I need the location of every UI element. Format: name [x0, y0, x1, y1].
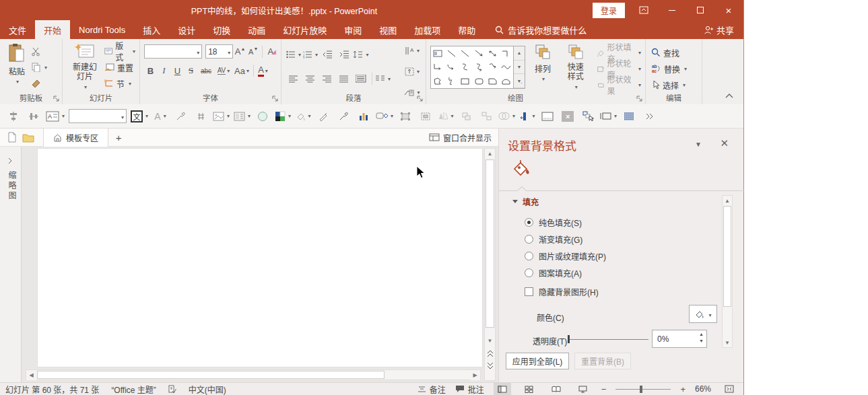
cut-button[interactable]: [30, 44, 48, 58]
notes-toggle[interactable]: 备注: [418, 384, 446, 395]
eyedropper2-icon[interactable]: [335, 108, 352, 125]
radio-pattern-fill[interactable]: [525, 268, 533, 277]
open-folder-icon[interactable]: [20, 129, 36, 146]
columns-button[interactable]: [375, 70, 391, 87]
close-button[interactable]: ×: [719, 3, 738, 17]
scroll-left-icon[interactable]: ◀: [26, 370, 36, 380]
transform-tool-icon[interactable]: [397, 108, 413, 125]
maximize-button[interactable]: [691, 3, 710, 17]
overlap-circles-icon[interactable]: [498, 108, 515, 125]
format-painter-button[interactable]: [30, 77, 48, 90]
horizontal-scrollbar[interactable]: ◀ ▶: [26, 369, 481, 380]
tell-me-search[interactable]: 告诉我你想要做什么: [495, 20, 587, 39]
drawing-dialog-launcher-icon[interactable]: [636, 96, 643, 102]
new-file-icon[interactable]: [4, 129, 20, 146]
align-left-button[interactable]: [286, 70, 302, 87]
pen-tool-icon[interactable]: [315, 108, 331, 125]
numbering-button[interactable]: 123: [302, 46, 319, 63]
collapse-ribbon-icon[interactable]: [725, 93, 734, 99]
font-name-combobox[interactable]: [144, 44, 202, 59]
option-picture-fill[interactable]: 图片或纹理填充(P): [525, 250, 606, 262]
tab-nordri-tools[interactable]: Nordri Tools: [70, 20, 134, 39]
ribbon-display-options-icon[interactable]: [634, 3, 653, 17]
zoom-out-button[interactable]: [601, 384, 607, 394]
spellcheck-status[interactable]: [168, 385, 176, 394]
login-button[interactable]: 登录: [593, 3, 625, 18]
align-to-slide-icon[interactable]: [519, 108, 535, 125]
notes-editor-icon[interactable]: [539, 108, 556, 125]
italic-button[interactable]: I: [158, 64, 170, 77]
pane-close-icon[interactable]: ✕: [720, 137, 729, 149]
reset-background-button[interactable]: 重置背景(B): [574, 353, 631, 369]
layout-button[interactable]: 版式: [103, 44, 137, 58]
zoom-in-button[interactable]: [680, 384, 686, 394]
distribute-text-button[interactable]: [353, 70, 369, 87]
radio-picture-fill[interactable]: [525, 252, 533, 260]
shapes-scroll-down-icon[interactable]: ▼: [514, 61, 525, 75]
document-tab-template[interactable]: 模板专区: [43, 129, 108, 147]
scroll-down-icon[interactable]: ▼: [485, 336, 495, 346]
apply-to-all-button[interactable]: 应用到全部(L): [506, 353, 569, 369]
increase-indent-button[interactable]: [336, 46, 352, 63]
tab-review[interactable]: 审阅: [335, 20, 370, 39]
circle-tool-icon[interactable]: [255, 108, 271, 125]
gridlines-icon[interactable]: [621, 108, 637, 125]
bullets-button[interactable]: [286, 46, 302, 63]
align-horizontal-icon[interactable]: [5, 108, 22, 125]
shape-scurve-icon[interactable]: [459, 62, 471, 72]
shape-freeform-icon[interactable]: [432, 76, 444, 86]
shape-curly-arrow-icon[interactable]: [487, 62, 498, 72]
new-slide-button[interactable]: 新建幻灯片: [67, 42, 103, 92]
text-style-box-icon[interactable]: A: [46, 108, 65, 125]
slideshow-view-button[interactable]: [574, 383, 592, 395]
pane-options-dropdown-icon[interactable]: ▼: [695, 141, 702, 148]
comments-toggle[interactable]: 批注: [455, 384, 484, 395]
fit-slide-button[interactable]: [721, 383, 738, 395]
normal-view-button[interactable]: [494, 383, 511, 395]
shape-double-arrow-icon[interactable]: [487, 48, 498, 59]
align-center-button[interactable]: [302, 70, 319, 87]
picture-tool-icon[interactable]: [213, 108, 230, 125]
transparency-slider-thumb[interactable]: [568, 335, 570, 343]
select-button[interactable]: 选择: [650, 78, 699, 92]
option-hide-background[interactable]: 隐藏背景图形(H): [525, 286, 599, 297]
shape-half-round-icon[interactable]: [500, 76, 512, 86]
shape-rectangle-icon[interactable]: [459, 76, 471, 86]
shape-effects-button[interactable]: 形状效果: [595, 78, 642, 92]
justify-button[interactable]: [336, 70, 352, 87]
paste-button[interactable]: 粘贴: [4, 42, 30, 92]
multi-select-icon[interactable]: [580, 108, 596, 125]
eyedropper-icon[interactable]: [172, 108, 189, 125]
mirror-tool-icon[interactable]: [438, 108, 454, 125]
shape-curve-arrow-icon[interactable]: [446, 62, 457, 72]
expand-thumbnails-icon[interactable]: [7, 157, 13, 164]
zoom-slider-thumb[interactable]: [640, 386, 642, 393]
size-frame-icon[interactable]: [600, 108, 617, 125]
shape-scribble-icon[interactable]: [446, 76, 457, 86]
tab-animations[interactable]: 动画: [239, 20, 274, 39]
shrink-font-button[interactable]: A▼: [247, 45, 260, 59]
pane-scrollbar[interactable]: ▲ ▼: [722, 195, 733, 348]
option-gradient-fill[interactable]: 渐变填充(G): [525, 234, 582, 245]
toolbar-combobox[interactable]: [69, 109, 127, 123]
grow-font-button[interactable]: A▲: [234, 45, 246, 59]
slide-number-status[interactable]: 幻灯片 第 60 张，共 71 张: [5, 384, 99, 395]
fill-tab-bucket-icon[interactable]: [511, 159, 531, 178]
align-right-button[interactable]: [319, 70, 335, 87]
clear-formatting-button[interactable]: A◢: [265, 45, 278, 59]
shape-elbow-arrow-icon[interactable]: [432, 62, 444, 72]
ungroup-tool-icon[interactable]: [478, 108, 494, 125]
delete-tool-icon[interactable]: ×: [560, 108, 576, 125]
find-button[interactable]: 查找: [650, 46, 699, 59]
tab-slideshow[interactable]: 幻灯片放映: [274, 20, 335, 39]
tab-view[interactable]: 视图: [370, 20, 405, 39]
tab-transitions[interactable]: 切换: [204, 20, 239, 39]
slide-canvas[interactable]: [37, 148, 483, 367]
chart-tool-icon[interactable]: [356, 108, 372, 125]
fill-section-header[interactable]: 填充: [512, 196, 539, 207]
shapes-more-icon[interactable]: ▼̱: [514, 74, 525, 88]
zoom-slider[interactable]: [615, 389, 671, 390]
tab-help[interactable]: 帮助: [449, 20, 484, 39]
vertical-scroll-thumb[interactable]: [486, 159, 494, 328]
clipboard-dialog-launcher-icon[interactable]: [53, 96, 60, 102]
